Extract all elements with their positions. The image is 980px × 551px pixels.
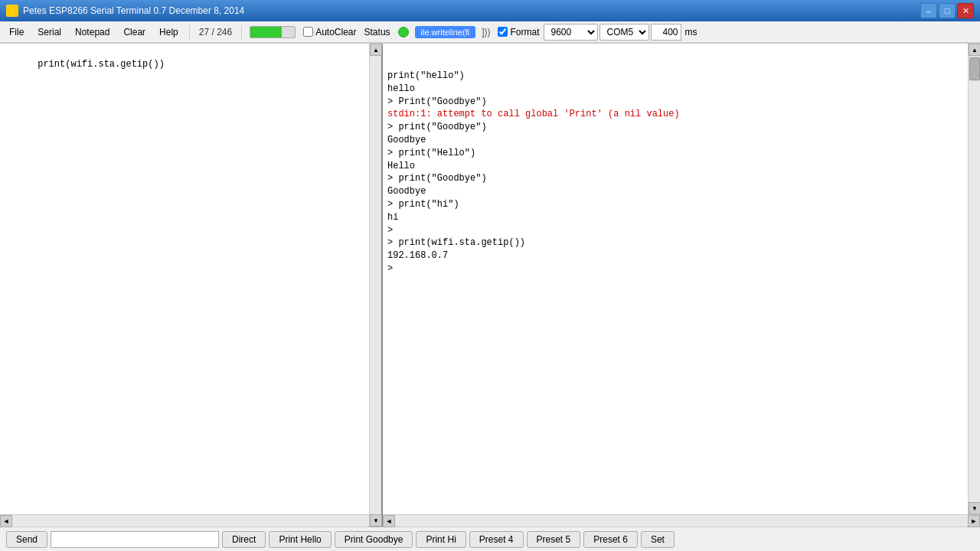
maximize-button[interactable]: □ (939, 3, 956, 18)
terminal-area[interactable]: print("hello")hello> Print("Goodbye")std… (383, 44, 980, 514)
terminal-line: > print("Hello") (387, 147, 975, 160)
format-checkbox-label[interactable]: Format (498, 27, 539, 37)
com-select[interactable]: COM5 COM1 COM3 (599, 24, 649, 41)
terminal-line: > print(wifi.sta.getip()) (387, 236, 975, 249)
window-controls: – □ ✕ (920, 3, 974, 18)
ms-label: ms (683, 27, 698, 37)
terminal-line: > print("Goodbye") (387, 121, 975, 134)
bracket-label: ])) (479, 27, 493, 37)
terminal-line: > print("hi") (387, 198, 975, 211)
autoclear-checkbox-label[interactable]: AutoClear (303, 27, 356, 37)
print-hi-button[interactable]: Print Hi (416, 531, 466, 548)
terminal-vscroll-down[interactable]: ▼ (969, 502, 980, 514)
editor-area[interactable]: print(wifi.sta.getip()) (0, 44, 381, 514)
progress-fill (250, 27, 282, 37)
title-bar: ⚡ Petes ESP8266 Serial Terminal 0.7 Dece… (0, 0, 980, 21)
menu-help[interactable]: Help (153, 24, 185, 40)
app-icon: ⚡ (6, 5, 18, 17)
vscroll-down[interactable]: ▼ (370, 514, 382, 527)
menu-serial[interactable]: Serial (31, 24, 67, 40)
preset6-button[interactable]: Preset 6 (583, 531, 638, 548)
preset4-button[interactable]: Preset 4 (469, 531, 524, 548)
terminal-line: Goodbye (387, 185, 975, 198)
terminal-line: stdin:1: attempt to call global 'Print' … (387, 108, 975, 121)
baud-select[interactable]: 9600 19200 115200 (544, 24, 598, 41)
terminal-line: 192.168.0.7 (387, 249, 975, 262)
format-checkbox[interactable] (498, 27, 508, 37)
terminal-line: > (387, 262, 975, 276)
terminal-hscroll-left[interactable]: ◄ (383, 515, 395, 527)
format-label: Format (510, 27, 539, 37)
menu-file[interactable]: File (3, 24, 30, 40)
editor-content: print(wifi.sta.getip()) (38, 59, 165, 70)
terminal-line: > (387, 224, 975, 237)
autoclear-checkbox[interactable] (303, 27, 313, 37)
terminal-line: Hello (387, 160, 975, 173)
terminal-vscroll-up[interactable]: ▲ (969, 44, 980, 56)
line-counter: 27 / 246 (194, 25, 237, 39)
bottom-bar: Send Direct Print Hello Print Goodbye Pr… (0, 527, 980, 551)
terminal-hscroll-track (395, 515, 968, 527)
menu-notepad[interactable]: Notepad (69, 24, 116, 40)
vscroll-up[interactable]: ▲ (370, 44, 382, 56)
main-content: print(wifi.sta.getip()) ▲ ▼ ◄ ► print("h… (0, 43, 980, 527)
set-button[interactable]: Set (641, 531, 675, 548)
terminal-line: > print("Goodbye") (387, 172, 975, 185)
send-input[interactable] (51, 531, 219, 548)
vscroll-track (370, 56, 381, 514)
editor-panel: print(wifi.sta.getip()) ▲ ▼ ◄ ► (0, 44, 383, 527)
menu-bar: File Serial Notepad Clear Help 27 / 246 … (0, 21, 980, 43)
terminal-vscroll-thumb[interactable] (969, 57, 980, 80)
minimize-button[interactable]: – (920, 3, 937, 18)
print-goodbye-button[interactable]: Print Goodbye (335, 531, 413, 548)
terminal-line: print("hello") (387, 70, 975, 83)
status-label: Status (361, 27, 394, 37)
window-title: Petes ESP8266 Serial Terminal 0.7 Decemb… (23, 5, 920, 16)
terminal-line: hello (387, 83, 975, 96)
separator-1 (189, 25, 190, 39)
preset5-button[interactable]: Preset 5 (527, 531, 581, 548)
send-button[interactable]: Send (6, 531, 47, 548)
terminal-hscrollbar[interactable]: ◄ ► (383, 514, 980, 527)
hscroll-track (12, 515, 369, 527)
close-button[interactable]: ✕ (957, 3, 974, 18)
autoclear-label: AutoClear (315, 27, 356, 37)
direct-button[interactable]: Direct (222, 531, 266, 548)
terminal-line: hi (387, 211, 975, 224)
progress-bar (250, 26, 296, 38)
separator-2 (241, 25, 242, 39)
hscroll-left[interactable]: ◄ (0, 515, 12, 527)
terminal-line: Goodbye (387, 134, 975, 147)
print-hello-button[interactable]: Print Hello (269, 531, 331, 548)
connection-indicator (398, 27, 409, 37)
terminal-panel: print("hello")hello> Print("Goodbye")std… (383, 44, 980, 527)
editor-vscrollbar[interactable]: ▲ ▼ (369, 44, 381, 527)
terminal-line: > Print("Goodbye") (387, 96, 975, 109)
terminal-vscrollbar[interactable]: ▲ ▼ (968, 44, 980, 514)
menu-clear[interactable]: Clear (117, 24, 152, 40)
terminal-hscroll-right[interactable]: ► (968, 515, 980, 527)
delay-input[interactable] (651, 24, 681, 41)
writeline-button[interactable]: ile.writeline(fi (415, 26, 476, 38)
terminal-vscroll-track (969, 81, 980, 502)
editor-hscrollbar[interactable]: ◄ ► (0, 514, 381, 527)
